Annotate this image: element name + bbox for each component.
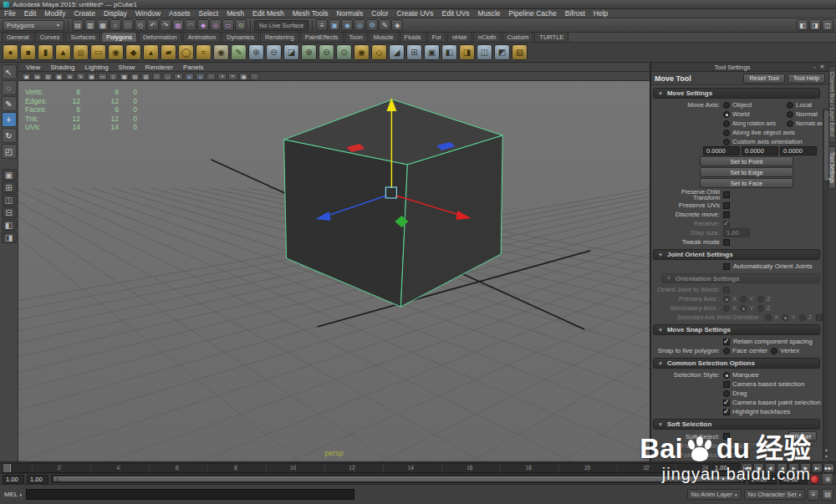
command-line-input[interactable] [26,489,354,500]
animation-preferences-icon[interactable]: ⊕ [822,473,833,485]
bridge-icon[interactable]: ◫ [477,44,492,60]
scrollbar-thumb[interactable] [824,110,828,181]
section-move-settings[interactable]: ▼ Move Settings [653,88,820,99]
poly-platonic-icon[interactable]: ◆ [125,44,141,60]
boolean-union-icon[interactable]: ⊕ [301,44,317,60]
time-slider[interactable]: 24681012141618202224 [2,463,710,473]
highlight-backfaces-checkbox[interactable]: Highlight backfaces [723,408,790,415]
secondary-axis-y-radio[interactable]: Y [740,304,753,312]
panel-menu-renderer[interactable]: Renderer [141,64,177,71]
2d-pan-zoom-icon[interactable]: ⊞ [65,73,74,80]
shelf-tab-polygons[interactable]: Polygons [101,32,137,42]
menu-edit-mesh[interactable]: Edit Mesh [248,9,288,18]
radio-move-axis-custom-orientation[interactable]: Custom axis orientation [723,138,803,145]
select-by-component-icon[interactable]: ◇ [135,19,146,31]
snap-face-center-radio[interactable]: Face center [723,347,767,354]
live-surface-field[interactable]: No Live Surface [254,20,308,31]
grease-pencil-icon[interactable]: ✎ [76,73,85,80]
menu-help[interactable]: Help [589,9,612,18]
snap-to-grid-icon[interactable]: ▦ [172,19,184,31]
boolean-difference-icon[interactable]: ⊖ [319,44,334,60]
select-camera-icon[interactable]: ▣ [22,73,31,80]
shelf-tab-dynamics[interactable]: Dynamics [222,32,259,42]
secondary-world-x-radio[interactable]: X [765,313,778,321]
animation-end-field[interactable]: 48.00 [779,475,808,484]
selection-style-marquee-radio[interactable]: Marquee [723,371,759,379]
select-tool[interactable]: ↖ [2,64,17,79]
menu-mesh[interactable]: Mesh [222,9,248,18]
reduce-icon[interactable]: ◇ [371,44,387,60]
lasso-select-tool[interactable]: ◌ [2,80,17,95]
panel-scrollbar[interactable]: ▲ ▼ [823,109,828,460]
hypershade-icon[interactable]: ◈ [391,19,403,31]
tweak-mode-checkbox[interactable] [723,239,730,246]
shelf-tab-animation[interactable]: Animation [183,32,221,42]
section-orientation-settings[interactable]: ▼ Orientation Settings [661,273,820,283]
shaded-icon[interactable]: ● [174,73,183,80]
poly-plane-icon[interactable]: ▭ [90,44,106,60]
primary-axis-x-radio[interactable]: X [723,295,737,303]
playback-end-field[interactable]: 24.00 [748,475,777,484]
primary-axis-y-radio[interactable]: Y [740,295,753,303]
section-joint-orient-settings[interactable]: ▼ Joint Orient Settings [653,249,820,260]
camera-attributes-icon[interactable]: ▤ [33,73,42,80]
step-back-frame-button[interactable]: ◀| [765,463,776,473]
fill-hole-icon[interactable]: ▣ [424,44,440,60]
move-z-field[interactable]: 0.0000 [780,146,817,155]
section-move-snap-settings[interactable]: ▼ Move Snap Settings [653,324,820,335]
film-gate-icon[interactable]: ▭ [98,73,107,80]
layout-hypershade-persp[interactable]: ◨ [2,232,17,243]
poly-helix-icon[interactable]: ≈ [196,44,212,60]
shelf-tab-toon[interactable]: Toon [344,32,368,42]
construction-history-icon[interactable]: ≡ [316,19,328,31]
poly-sphere-icon[interactable]: ● [3,44,18,60]
command-line-language-selector[interactable]: MEL ▾ [3,491,23,498]
shelf-tab-fluids[interactable]: Fluids [400,32,426,42]
menu-select[interactable]: Select [195,9,223,18]
open-render-view-icon[interactable]: ▣ [329,19,340,31]
menu-set-selector[interactable]: Polygons ▼ [3,20,64,31]
sculpt-tool-icon[interactable]: ✎ [231,44,247,60]
extract-icon[interactable]: ◪ [283,44,299,60]
menu-display[interactable]: Display [99,9,131,18]
paint-effects-icon[interactable]: ✎ [379,19,390,31]
shelf-tab-muscle[interactable]: Muscle [369,32,399,42]
playback-start-field[interactable]: 1.00 [27,475,48,484]
wireframe-icon[interactable]: ◇ [163,73,172,80]
shadows-icon[interactable]: ◐ [206,73,216,80]
play-forwards-button[interactable]: ▶ [788,463,799,473]
menu-edit-uvs[interactable]: Edit UVs [438,9,474,18]
step-forward-key-button[interactable]: ▶| [812,463,823,473]
set-to-point-button[interactable]: Set to Point [700,156,793,166]
combine-icon[interactable]: ⊕ [248,44,264,60]
set-to-face-button[interactable]: Set to Face [700,178,793,188]
textured-icon[interactable]: ▣ [185,73,194,80]
undo-icon[interactable]: ↶ [147,19,159,31]
secondary-world-y-radio[interactable]: Y [782,313,795,321]
xray-icon[interactable]: ◌ [250,73,259,80]
snap-to-point-icon[interactable]: ◆ [197,19,209,31]
image-plane-icon[interactable]: ▦ [54,73,64,80]
bookmark-icon[interactable]: ▥ [43,73,53,80]
motion-blur-icon[interactable]: ≈ [228,73,237,80]
discrete-move-checkbox[interactable] [723,211,730,218]
menu-assets[interactable]: Assets [165,9,195,18]
move-x-field[interactable]: 0.0000 [703,146,740,155]
falloff-mode-dropdown[interactable]: Surface ▼ [723,441,782,451]
scroll-up-icon[interactable]: ▲ [823,446,828,453]
grid-toggle-icon[interactable]: ▦ [87,73,96,80]
rotate-tool[interactable]: ↻ [2,128,17,143]
relative-checkbox[interactable] [723,221,730,227]
new-scene-icon[interactable]: ▤ [72,19,84,31]
shelf-tab-painteffects[interactable]: PaintEffects [300,32,344,42]
poly-pyramid-icon[interactable]: ▴ [143,44,159,60]
poly-soccer-ball-icon[interactable]: ◉ [213,44,229,60]
auto-orient-joints-checkbox[interactable] [723,263,730,270]
radio-move-axis-along-rotation[interactable]: Along rotation axis [723,120,783,127]
safe-action-icon[interactable]: ▨ [141,73,150,80]
field-chart-icon[interactable]: ▧ [130,73,140,80]
orient-joint-to-world-checkbox[interactable] [723,287,730,293]
menu-muscle[interactable]: Muscle [474,9,505,18]
layout-four-pane[interactable]: ⊞ [2,181,17,193]
resolution-gate-icon[interactable]: ▯ [109,73,118,80]
